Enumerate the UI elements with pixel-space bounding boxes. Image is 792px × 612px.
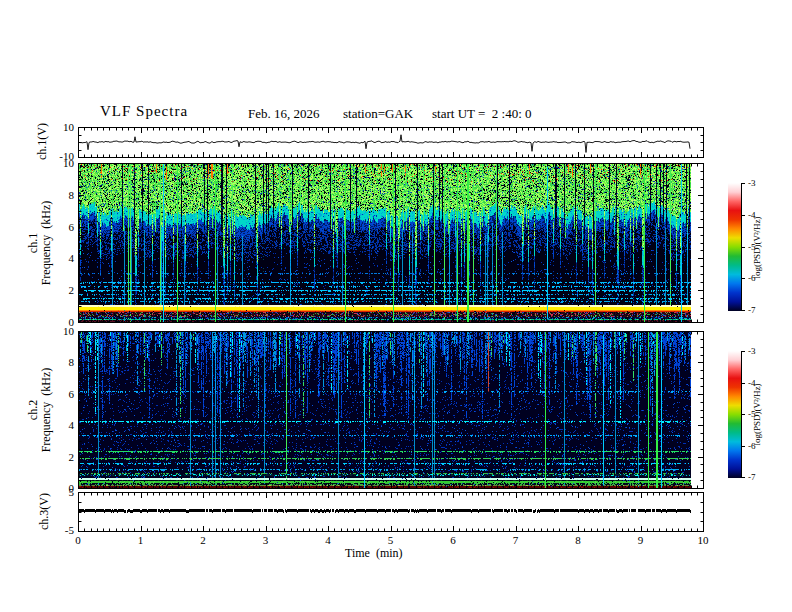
ch2-spectrogram-canvas <box>78 331 704 489</box>
colorbar-tick-label: -5 <box>748 242 756 252</box>
y-tick-label: 0 <box>48 482 74 494</box>
date-label: Feb. 16, 2026 <box>248 106 320 122</box>
x-tick-label: 10 <box>688 534 718 546</box>
x-tick-label: 7 <box>501 534 531 546</box>
colorbar-tick-label: -6 <box>748 273 756 283</box>
y-tick-label: 6 <box>48 388 74 400</box>
colorbar-tick <box>741 351 745 352</box>
colorbar-tick-label: -3 <box>748 178 756 188</box>
ch3-wave-ylabel: ch.3(V) <box>38 462 51 562</box>
station-label: station=GAK <box>343 106 413 122</box>
ch1-label: ch.1 <box>26 233 40 253</box>
colorbar-tick-label: -4 <box>748 378 756 388</box>
colorbar-tick <box>741 247 745 248</box>
y-tick-label: 6 <box>48 221 74 233</box>
x-tick-label: 5 <box>376 534 406 546</box>
time-axis-label: Time (min) <box>345 546 403 561</box>
colorbar-tick <box>741 477 745 478</box>
y-tick-label: 4 <box>48 419 74 431</box>
colorbar-tick-label: -7 <box>748 472 756 482</box>
colorbar-tick <box>741 310 745 311</box>
x-tick-label: 4 <box>313 534 343 546</box>
figure-title: VLF Spectra <box>100 103 188 120</box>
colorbar-tick <box>741 215 745 216</box>
ch1-spectrogram-canvas <box>78 163 704 323</box>
colorbar-tick-label: -3 <box>748 346 756 356</box>
ch1-wave-ymax-label: 10 <box>48 121 74 133</box>
ch2-frequency-label: Frequency (kHz) <box>39 368 53 453</box>
colorbar-tick <box>741 414 745 415</box>
y-tick-label: 2 <box>48 451 74 463</box>
ch1-waveform-canvas <box>78 127 704 158</box>
start-ut-label: start UT = 2 :40: 0 <box>432 106 532 122</box>
ch1-spec-ylabel: ch.1Frequency (kHz) <box>27 163 53 323</box>
ch1-frequency-label: Frequency (kHz) <box>39 201 53 286</box>
x-tick-label: 9 <box>626 534 656 546</box>
x-tick-label: 8 <box>563 534 593 546</box>
y-tick-label: 8 <box>48 356 74 368</box>
x-tick-label: 0 <box>63 534 93 546</box>
colorbar-tick <box>741 183 745 184</box>
colorbar-tick-label: -4 <box>748 210 756 220</box>
y-tick-label: 10 <box>48 157 74 169</box>
colorbar-tick <box>741 278 745 279</box>
colorbar-tick <box>741 446 745 447</box>
vlf-spectra-figure: VLF Spectra Feb. 16, 2026 station=GAK st… <box>0 0 792 612</box>
x-tick-label: 1 <box>126 534 156 546</box>
ch3-waveform-canvas <box>78 492 704 532</box>
y-tick-label: 10 <box>48 325 74 337</box>
ch2-label: ch.2 <box>26 400 40 420</box>
colorbar-tick-label: -7 <box>748 305 756 315</box>
colorbar-tick-label: -5 <box>748 409 756 419</box>
colorbar-tick <box>741 383 745 384</box>
y-tick-label: 2 <box>48 284 74 296</box>
colorbar-ch1 <box>728 183 742 311</box>
y-tick-label: 4 <box>48 252 74 264</box>
x-tick-label: 6 <box>438 534 468 546</box>
x-tick-label: 3 <box>251 534 281 546</box>
colorbar-tick-label: -6 <box>748 441 756 451</box>
colorbar-ch2 <box>728 351 742 478</box>
y-tick-label: 8 <box>48 189 74 201</box>
x-tick-label: 2 <box>188 534 218 546</box>
